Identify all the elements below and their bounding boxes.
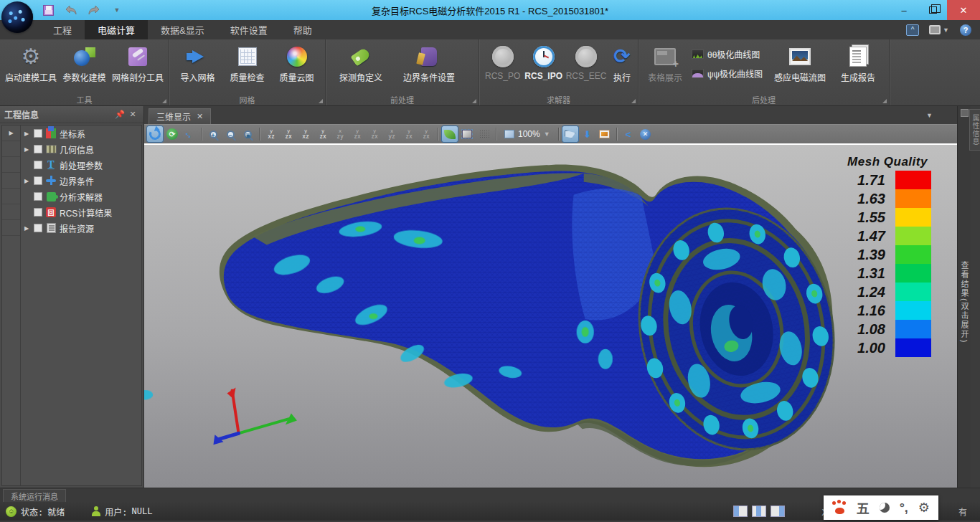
shaded-view-button[interactable] [442, 126, 458, 142]
view-iso2-button[interactable]: xyz [384, 126, 400, 142]
view-iso1-button[interactable]: yzx [367, 126, 382, 142]
parametric-modeling-button[interactable]: 参数化建模 [59, 42, 110, 85]
zoom-level-dropdown[interactable]: 100% ▼ [500, 126, 555, 142]
panel-close-button[interactable]: ✕ [126, 109, 139, 120]
menu-tab-project[interactable]: 工程 [40, 20, 85, 39]
ime-settings-button[interactable]: ⚙ [918, 500, 930, 516]
group-expander[interactable] [882, 99, 887, 103]
gutter-cell[interactable] [2, 173, 20, 189]
layout-left-button[interactable] [733, 506, 748, 517]
viewport-3d[interactable]: Mesh Quality 1.71 1.63 1.55 1.47 1.39 1.… [144, 143, 957, 488]
layout-right-button[interactable] [771, 506, 785, 517]
help-button[interactable]: ? [958, 24, 973, 37]
gutter-cell[interactable] [2, 189, 20, 204]
execute-button[interactable]: ⟳ 执行 [608, 42, 636, 85]
display-style-button[interactable]: ▼ [927, 24, 951, 37]
view-zx2-button[interactable]: yzx [315, 126, 331, 142]
theta-curve-button[interactable]: θθ极化曲线图 [689, 47, 765, 62]
tree-item-analysis-solver[interactable]: 分析求解器 [21, 189, 141, 204]
menu-tab-data-display[interactable]: 数据&显示 [148, 20, 217, 39]
ime-night-mode-button[interactable] [880, 503, 890, 513]
ime-wubi-button[interactable]: 五 [857, 498, 870, 517]
view-zx3-button[interactable]: yzx [349, 126, 365, 142]
expand-arrow-icon[interactable]: ▶ [22, 146, 31, 153]
tree-item-coordinate-system[interactable]: ▶ 坐标系 [21, 125, 141, 141]
redo-button[interactable] [86, 3, 102, 17]
menu-tab-help[interactable]: 帮助 [281, 20, 325, 39]
gutter-cell[interactable] [2, 157, 20, 173]
property-info-tab[interactable]: 属性信息 [969, 109, 980, 151]
tab-3d-display[interactable]: 三维显示 ✕ [149, 108, 211, 124]
launch-modeler-button[interactable]: ⚙ 启动建模工具 [4, 42, 57, 85]
import-mesh-button[interactable]: 导入网格 [174, 42, 222, 85]
group-expander[interactable] [319, 99, 323, 103]
quality-check-button[interactable]: 质量检查 [223, 42, 271, 85]
tree-item-preprocess-params[interactable]: T 前处理参数 [21, 157, 141, 173]
tree-item-report-resources[interactable]: ▶ 报告资源 [21, 220, 141, 236]
capture-window-button[interactable] [597, 126, 613, 142]
expand-handle-icon[interactable] [961, 109, 969, 117]
pan-button[interactable]: ↔ [182, 126, 197, 142]
gutter-cell[interactable] [2, 220, 20, 236]
rcs-ipo-button[interactable]: RCS_IPO [523, 42, 564, 83]
layout-center-button[interactable] [752, 506, 766, 517]
view-iso4-button[interactable]: yzx [418, 126, 434, 142]
qat-dropdown[interactable]: ▼ [109, 3, 125, 17]
wireframe-view-button[interactable] [459, 126, 475, 142]
checkbox[interactable] [34, 129, 42, 138]
tree-item-boundary-conditions[interactable]: ▶ 边界条件 [21, 173, 141, 189]
model-mesh[interactable] [144, 145, 957, 488]
quality-cloud-button[interactable]: 质量云图 [273, 42, 321, 85]
zoom-in-button[interactable]: + [205, 126, 221, 142]
rcs-eec-button[interactable]: RCS_EEC [565, 42, 607, 83]
cancel-button[interactable]: ✕ [638, 126, 654, 142]
tree-item-geometry-info[interactable]: ▶ 几何信息 [21, 141, 141, 157]
restore-button[interactable] [918, 0, 947, 20]
generate-report-button[interactable]: 生成报告 [834, 42, 882, 85]
refresh-view-button[interactable]: ⟳ [164, 126, 180, 142]
pin-button[interactable]: 📌pin [113, 109, 126, 120]
group-expander[interactable] [631, 99, 636, 103]
rotate-view-button[interactable] [147, 126, 163, 142]
points-view-button[interactable] [476, 126, 492, 142]
psi-curve-button[interactable]: ψψ极化曲线图 [689, 66, 765, 81]
group-expander[interactable] [162, 99, 166, 103]
group-expander[interactable] [472, 99, 476, 103]
view-zx-button[interactable]: yzx [281, 126, 296, 142]
expand-arrow-icon[interactable]: ▶ [22, 225, 31, 232]
save-button[interactable] [40, 3, 56, 17]
close-button[interactable]: ✕ [947, 0, 980, 20]
menu-tab-em-compute[interactable]: 电磁计算 [85, 20, 148, 39]
boundary-setting-button[interactable]: 边界条件设置 [393, 42, 465, 85]
zoom-fit-button[interactable]: ▣ [240, 126, 255, 142]
expand-arrow-icon[interactable]: ▶ [22, 130, 31, 137]
arrow-down-button[interactable]: ⬇ [580, 126, 595, 142]
view-xz2-button[interactable]: yxz [298, 126, 314, 142]
undo-button[interactable] [63, 3, 79, 17]
table-show-button[interactable]: 表格展示 [643, 42, 687, 85]
collapse-ribbon-button[interactable]: ^ [905, 24, 920, 37]
gutter-cell[interactable]: ▶ [2, 125, 20, 141]
view-iso3-button[interactable]: yzx [401, 126, 417, 142]
mesh-tool-button[interactable]: 网格剖分工具 [111, 42, 164, 85]
select-region-button[interactable] [562, 126, 578, 142]
probe-angle-button[interactable]: 探测角定义 [330, 42, 392, 85]
expand-arrow-icon[interactable]: ▶ [22, 178, 31, 184]
checkbox[interactable] [34, 208, 42, 217]
rcs-po-button[interactable]: RCS_PO [484, 42, 522, 83]
system-message-tab[interactable]: 系统运行消息 [3, 489, 66, 502]
checkbox[interactable] [34, 224, 42, 232]
view-zy-button[interactable]: xzy [332, 126, 348, 142]
view-xz-button[interactable]: yxz [263, 126, 279, 142]
zoom-out-button[interactable]: − [222, 126, 238, 142]
checkbox[interactable] [34, 161, 42, 169]
checkbox[interactable] [34, 192, 42, 201]
tab-list-dropdown[interactable]: ▼ [926, 112, 933, 119]
results-expand-bar[interactable]: 查看结果(双击展开) [957, 106, 971, 488]
share-button[interactable]: < [621, 126, 636, 142]
induced-current-map-button[interactable]: 感应电磁流图 [767, 42, 833, 85]
ime-punctuation-button[interactable]: °, [900, 500, 908, 516]
tab-close-icon[interactable]: ✕ [197, 112, 203, 121]
tree-item-rcs-results[interactable]: 回 RCS计算结果 [21, 204, 141, 220]
gutter-cell[interactable] [2, 204, 20, 220]
